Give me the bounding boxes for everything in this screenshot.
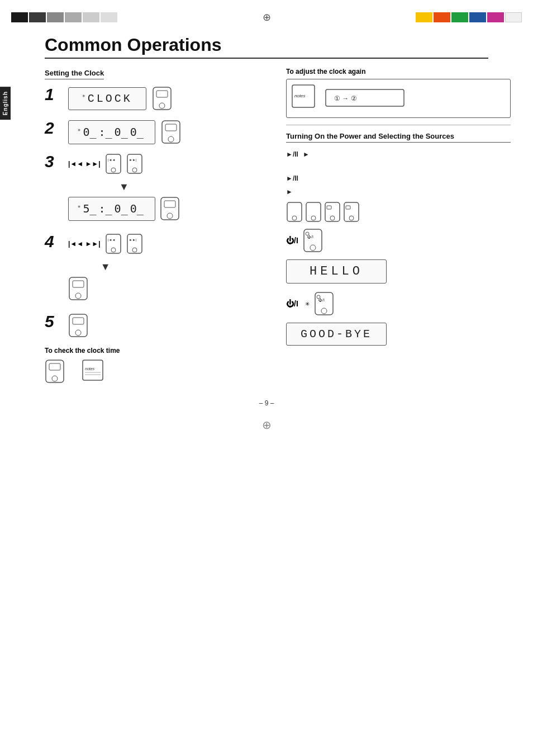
svg-point-25 [75, 330, 81, 336]
svg-rect-23 [73, 281, 84, 287]
goodbye-lcd: GOOD-BYE [286, 323, 387, 346]
step-5: 5 [45, 313, 269, 338]
step-2: 2 ✳0̲:̲0̲0̲ [45, 120, 269, 144]
step-2-remote [161, 120, 181, 144]
page-title: Common Operations [45, 35, 516, 55]
step-1-lcd: ✳CLOCK [68, 87, 146, 110]
svg-rect-14 [164, 201, 175, 207]
svg-point-28 [52, 376, 58, 381]
svg-point-49 [310, 245, 316, 251]
swatch-light-gray [65, 12, 82, 22]
step-4-number: 4 [45, 233, 61, 250]
to-check-section: To check the clock time notes [45, 347, 269, 385]
to-check-remotes: notes [45, 358, 269, 385]
step-3-controls-row: |◄◄ ►►| |◄◄ ►►| [68, 153, 180, 174]
step-3: 3 |◄◄ ►►| |◄◄ ►►| [45, 153, 269, 224]
power-off-remote: ⏻/I [314, 291, 334, 316]
step-2-content: ✳0̲:̲0̲0̲ [68, 120, 269, 144]
step-5-remote [68, 313, 88, 338]
step-5-number: 5 [45, 313, 61, 330]
svg-text:notes: notes [294, 93, 306, 98]
setting-clock-heading: Setting the Clock [45, 69, 104, 79]
svg-rect-26 [73, 318, 84, 324]
step-3-number: 3 [45, 153, 61, 170]
swatch-pink [487, 12, 504, 22]
power-on-section: ⏻/I ⏻/I HELLO [286, 228, 511, 284]
svg-point-4 [168, 136, 174, 142]
svg-point-1 [159, 103, 165, 108]
power-on-remote: ⏻/I [303, 228, 323, 253]
svg-rect-46 [346, 206, 350, 209]
power-row-2: ►/II [286, 173, 511, 183]
source-remote-2 [305, 201, 322, 223]
step-3-remote-a: |◄◄ [105, 153, 122, 174]
swatch-lightest-gray [101, 12, 117, 22]
svg-point-47 [349, 216, 354, 220]
svg-point-39 [292, 216, 297, 220]
power-symbol: ⏻/I [286, 236, 298, 245]
svg-rect-29 [49, 363, 60, 370]
step-3-lcd-row: ✳5̲:̲0̲0̲ [68, 196, 180, 221]
content-columns: Setting the Clock 1 ✳CLOCK [45, 68, 511, 388]
swatch-white [505, 12, 522, 22]
svg-rect-43 [327, 206, 331, 209]
svg-point-53 [321, 308, 327, 314]
swatch-red [434, 12, 450, 22]
color-strip-left [11, 12, 117, 22]
play-pause-label: ►/II [286, 149, 298, 159]
to-adjust-heading: To adjust the clock again [286, 68, 511, 75]
source-remote-4 [343, 201, 360, 223]
page-number: – 9 – [17, 399, 516, 418]
step-4-arrow: ▼ [68, 261, 143, 273]
svg-text:►►|: ►►| [129, 238, 137, 242]
step-3-lcd: ✳5̲:̲0̲0̲ [68, 197, 155, 221]
power-on-row: ⏻/I ⏻/I [286, 228, 511, 253]
svg-point-19 [132, 248, 137, 252]
power-row-1: ►/II ► [286, 149, 511, 159]
step-4: 4 |◄◄ ►►| |◄◄ ►►| [45, 233, 269, 304]
step-2-lcd: ✳0̲:̲0̲0̲ [68, 120, 155, 144]
top-bar: ⊕ [0, 6, 533, 29]
step-3-content: |◄◄ ►►| |◄◄ ►►| ▼ [68, 153, 180, 224]
adjust-diagram: ① → ② [320, 84, 506, 113]
source-remote-1 [286, 201, 303, 223]
swatch-med-gray [47, 12, 64, 22]
svg-rect-5 [165, 124, 177, 131]
step-1-number: 1 [45, 86, 61, 103]
hello-lcd: HELLO [286, 259, 387, 284]
play-pause-label-2: ►/II [286, 173, 298, 183]
svg-text:|◄◄: |◄◄ [108, 238, 115, 242]
step-2-number: 2 [45, 120, 61, 136]
step-4-remote-c [68, 276, 88, 301]
adjust-note-box: notes ① → ② [286, 79, 511, 118]
step-1-content: ✳CLOCK [68, 86, 269, 111]
step-1: 1 ✳CLOCK [45, 86, 269, 111]
sidebar-english-tab: English [0, 87, 11, 120]
right-column: To adjust the clock again notes [280, 68, 511, 388]
play-label: ► [303, 149, 310, 159]
source-buttons-row [286, 201, 511, 223]
play-label-2: ► [286, 187, 293, 197]
left-column: Setting the Clock 1 ✳CLOCK [45, 68, 269, 388]
main-content: Common Operations Setting the Clock 1 ✳C… [17, 29, 516, 418]
step-3-controls-label: |◄◄ ►►| [68, 160, 101, 168]
svg-point-44 [330, 216, 335, 220]
svg-point-22 [75, 293, 81, 299]
step-3-arrow: ▼ [68, 181, 180, 193]
turning-on-heading: Turning On the Power and Selecting the S… [286, 132, 511, 143]
to-check-label: To check the clock time [45, 347, 269, 355]
svg-text:notes: notes [85, 367, 95, 371]
step-4-remote-row [68, 276, 143, 301]
svg-point-7 [111, 168, 116, 172]
svg-text:|◄◄: |◄◄ [108, 158, 115, 162]
swatch-yellow [416, 12, 432, 22]
svg-point-51 [306, 232, 309, 235]
swatch-blue [469, 12, 486, 22]
svg-point-55 [317, 295, 320, 299]
swatch-black [11, 12, 28, 22]
svg-text:►►|: ►►| [129, 158, 137, 162]
svg-text:① →  ②: ① → ② [334, 94, 357, 102]
step-4-content: |◄◄ ►►| |◄◄ ►►| ▼ [68, 233, 143, 304]
svg-point-16 [111, 248, 116, 252]
swatch-lighter-gray [83, 12, 99, 22]
